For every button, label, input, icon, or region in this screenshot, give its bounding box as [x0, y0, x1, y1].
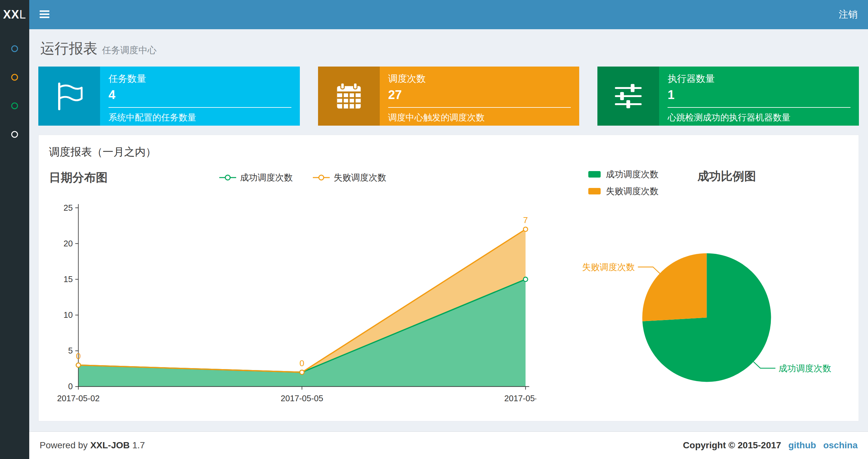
github-link[interactable]: github	[788, 440, 816, 451]
line-marker-icon	[219, 174, 237, 181]
legend-item-fail[interactable]: 失败调度次数	[312, 172, 386, 184]
pie-chart-title: 成功比例图	[698, 168, 756, 185]
info-box-title: 执行器数量	[668, 72, 850, 86]
info-box-icon-area	[318, 67, 380, 126]
svg-text:15: 15	[64, 274, 73, 284]
pie-chart-legend: 成功调度次数 失败调度次数	[588, 168, 658, 197]
legend-item-success[interactable]: 成功调度次数	[219, 172, 293, 184]
logo[interactable]: XXL	[0, 0, 29, 29]
content-area: 运行报表任务调度中心 任务数量 4 系统中配置的任务数量	[29, 29, 868, 459]
svg-text:25: 25	[64, 203, 73, 212]
svg-text:2017-05-08: 2017-05-08	[504, 394, 536, 403]
svg-text:10: 10	[64, 310, 73, 320]
sidebar-item-2[interactable]	[11, 73, 19, 81]
date-distribution-chart-section: 日期分布图 成功调度次数	[49, 168, 556, 411]
calendar-icon	[334, 81, 364, 111]
circle-outline-icon	[11, 73, 19, 81]
divider	[668, 107, 850, 108]
info-box-title: 调度次数	[388, 72, 571, 86]
circle-outline-icon	[11, 102, 19, 110]
info-box-icon-area	[38, 67, 100, 126]
info-box-description: 心跳检测成功的执行器机器数量	[668, 112, 850, 123]
info-box-value: 4	[108, 88, 291, 102]
info-box-description: 系统中配置的任务数量	[108, 112, 291, 123]
page-header: 运行报表任务调度中心	[38, 36, 859, 67]
sidebar-item-1[interactable]	[11, 45, 19, 53]
top-navbar: XXL 注销	[0, 0, 868, 29]
sidebar-item-4[interactable]	[11, 131, 19, 138]
navbar-content: 注销	[29, 0, 868, 29]
svg-text:成功调度次数: 成功调度次数	[779, 364, 831, 373]
success-ratio-chart-section: 成功调度次数 失败调度次数 成功比例图 成功调度次数失败调度次数	[556, 168, 848, 411]
legend-label: 失败调度次数	[606, 185, 658, 197]
date-distribution-chart: 05101520252017-05-022017-05-052017-05-08…	[49, 189, 536, 411]
line-chart-legend: 成功调度次数 失败调度次数	[49, 172, 556, 184]
svg-text:2017-05-05: 2017-05-05	[281, 394, 323, 403]
footer-right: Copyright © 2015-2017 github oschina	[683, 440, 858, 451]
hamburger-icon	[40, 9, 51, 19]
divider	[108, 107, 291, 108]
circle-outline-icon	[11, 131, 19, 138]
panel-title: 调度报表（一月之内）	[49, 145, 848, 159]
logout-link[interactable]: 注销	[839, 8, 858, 21]
info-box-triggers: 调度次数 27 调度中心触发的调度次数	[318, 67, 580, 126]
legend-item-fail[interactable]: 失败调度次数	[588, 185, 658, 197]
sliders-icon	[613, 81, 643, 111]
info-box-content: 执行器数量 1 心跳检测成功的执行器机器数量	[659, 67, 859, 126]
info-box-description: 调度中心触发的调度次数	[388, 112, 571, 123]
info-box-icon-area	[597, 67, 659, 126]
powered-by-text: Powered by	[40, 440, 88, 450]
svg-text:20: 20	[64, 239, 73, 248]
svg-text:2017-05-02: 2017-05-02	[57, 394, 100, 403]
legend-label: 失败调度次数	[334, 172, 386, 184]
svg-text:失败调度次数: 失败调度次数	[582, 262, 635, 272]
info-box-content: 任务数量 4 系统中配置的任务数量	[100, 67, 300, 126]
info-box-row: 任务数量 4 系统中配置的任务数量	[38, 67, 859, 126]
info-box-content: 调度次数 27 调度中心触发的调度次数	[380, 67, 580, 126]
logo-text-light: L	[20, 8, 26, 22]
page-subtitle: 任务调度中心	[102, 45, 157, 55]
legend-label: 成功调度次数	[240, 172, 293, 184]
svg-text:7: 7	[523, 215, 528, 225]
svg-text:5: 5	[68, 346, 73, 355]
page-footer: Powered byXXL-JOB1.7 Copyright © 2015-20…	[29, 431, 868, 459]
sidebar-item-3[interactable]	[11, 102, 19, 110]
report-panel: 调度报表（一月之内） 日期分布图	[38, 135, 859, 421]
legend-swatch-icon	[588, 170, 601, 178]
copyright-text: Copyright © 2015-2017	[683, 440, 781, 451]
line-marker-icon	[312, 174, 330, 181]
powered-by: Powered byXXL-JOB1.7	[40, 440, 145, 451]
info-box-value: 1	[668, 88, 850, 102]
info-box-value: 27	[388, 88, 571, 102]
success-ratio-pie-chart: 成功调度次数失败调度次数	[559, 198, 842, 387]
info-box-title: 任务数量	[108, 72, 291, 86]
flag-icon	[54, 81, 84, 111]
svg-text:0: 0	[68, 382, 73, 391]
svg-text:0: 0	[300, 358, 304, 368]
circle-outline-icon	[11, 45, 19, 53]
legend-label: 成功调度次数	[606, 168, 658, 180]
divider	[388, 107, 571, 108]
product-name: XXL-JOB	[90, 440, 130, 450]
oschina-link[interactable]: oschina	[823, 440, 858, 451]
page-title: 运行报表	[40, 40, 97, 56]
sidebar-toggle-button[interactable]	[40, 9, 51, 20]
sidebar	[0, 29, 29, 459]
info-box-executors: 执行器数量 1 心跳检测成功的执行器机器数量	[597, 67, 859, 126]
logo-text-bold: XX	[3, 8, 19, 22]
svg-text:0: 0	[76, 351, 81, 361]
info-box-jobs: 任务数量 4 系统中配置的任务数量	[38, 67, 300, 126]
legend-item-success[interactable]: 成功调度次数	[588, 168, 658, 180]
legend-swatch-icon	[588, 187, 601, 195]
product-version: 1.7	[132, 440, 145, 450]
